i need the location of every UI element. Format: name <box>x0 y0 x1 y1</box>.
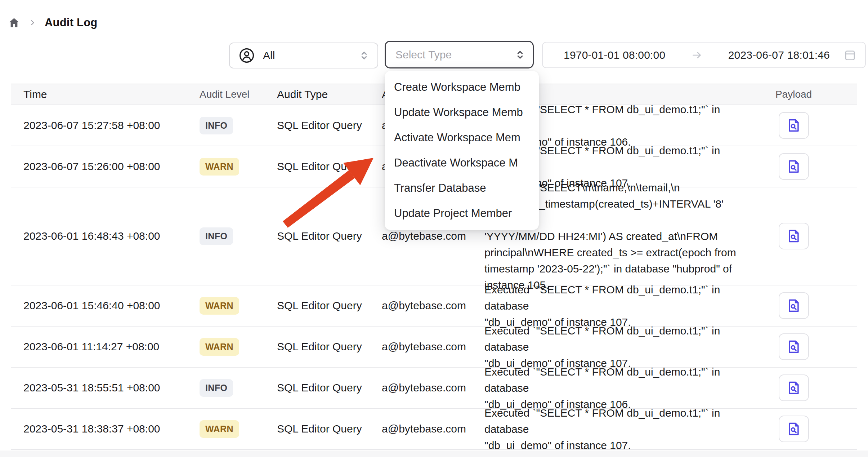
document-search-icon <box>786 117 802 133</box>
home-icon[interactable] <box>8 17 20 29</box>
cell-comment: Executed `"SELECT * FROM db_ui_demo.t1;"… <box>474 405 755 453</box>
audit-level-badge: WARN <box>200 297 239 315</box>
breadcrumb: Audit Log <box>8 14 97 31</box>
type-filter-dropdown: Create Workspace MembUpdate Workspace Me… <box>385 71 539 230</box>
cell-payload <box>755 112 857 139</box>
calendar-icon <box>844 49 856 62</box>
cell-audit-level: WARN <box>189 420 266 438</box>
audit-level-badge: WARN <box>200 158 239 176</box>
chevron-up-down-icon <box>359 50 370 61</box>
payload-view-button[interactable] <box>779 153 809 180</box>
column-audit-level: Audit Level <box>189 89 266 100</box>
document-search-icon <box>786 339 802 355</box>
payload-view-button[interactable] <box>779 112 809 139</box>
cell-payload <box>755 223 857 249</box>
page-title: Audit Log <box>45 16 97 29</box>
audit-level-badge: WARN <box>200 338 239 356</box>
dropdown-item[interactable]: Update Workspace Memb <box>385 100 539 125</box>
cell-audit-type: SQL Editor Query <box>266 230 371 242</box>
partial-next-row <box>0 451 868 457</box>
cell-time: 2023-06-01 11:14:27 +08:00 <box>11 341 189 353</box>
cell-audit-type: SQL Editor Query <box>266 300 371 312</box>
payload-view-button[interactable] <box>779 374 809 401</box>
dropdown-item[interactable]: Deactivate Workspace M <box>385 150 539 176</box>
cell-audit-type: SQL Editor Query <box>266 423 371 435</box>
column-audit-type: Audit Type <box>266 88 371 101</box>
cell-time: 2023-06-07 15:26:00 +08:00 <box>11 160 189 173</box>
cell-audit-type: SQL Editor Query <box>266 160 371 173</box>
cell-audit-level: INFO <box>189 117 266 134</box>
cell-actor: a@bytebase.com <box>371 382 474 394</box>
chevron-right-icon <box>29 19 36 26</box>
cell-actor: a@bytebase.com <box>371 341 474 353</box>
column-payload: Payload <box>755 89 857 100</box>
document-search-icon <box>786 298 802 314</box>
chevron-up-down-icon <box>515 49 525 60</box>
payload-view-button[interactable] <box>779 292 809 319</box>
cell-audit-level: INFO <box>189 379 266 397</box>
cell-audit-level: WARN <box>189 158 266 176</box>
audit-level-badge: INFO <box>200 379 233 397</box>
cell-time: 2023-06-07 15:27:58 +08:00 <box>11 119 189 132</box>
cell-audit-type: SQL Editor Query <box>266 341 371 353</box>
cell-time: 2023-06-01 16:48:43 +08:00 <box>11 230 189 242</box>
dropdown-item[interactable]: Transfer Database <box>385 176 539 201</box>
cell-audit-level: WARN <box>189 338 266 356</box>
table-row: 2023-05-31 18:38:37 +08:00WARNSQL Editor… <box>11 409 857 450</box>
dropdown-item[interactable]: Create Workspace Memb <box>385 75 539 100</box>
actor-filter-select[interactable]: All <box>229 43 378 68</box>
audit-level-badge: INFO <box>200 117 233 134</box>
audit-level-badge: INFO <box>200 227 233 245</box>
table-row: 2023-05-31 18:55:51 +08:00INFOSQL Editor… <box>11 368 857 409</box>
person-circle-icon <box>238 47 255 64</box>
payload-view-button[interactable] <box>779 333 809 360</box>
date-range-picker[interactable]: 1970-01-01 08:00:00 2023-06-07 18:01:46 <box>542 42 866 68</box>
arrow-right-icon <box>691 49 703 61</box>
cell-time: 2023-06-01 15:46:40 +08:00 <box>11 300 189 312</box>
actor-filter-value: All <box>263 49 275 62</box>
document-search-icon <box>786 380 802 396</box>
dropdown-item[interactable]: Update Project Member <box>385 201 539 226</box>
cell-payload <box>755 153 857 180</box>
cell-audit-level: INFO <box>189 227 266 245</box>
table-row: 2023-06-01 15:46:40 +08:00WARNSQL Editor… <box>11 285 857 327</box>
date-range-from: 1970-01-01 08:00:00 <box>564 49 665 61</box>
cell-audit-type: SQL Editor Query <box>266 119 371 132</box>
audit-level-badge: WARN <box>200 420 239 438</box>
cell-time: 2023-05-31 18:55:51 +08:00 <box>11 382 189 394</box>
cell-audit-level: WARN <box>189 297 266 315</box>
date-range-to: 2023-06-07 18:01:46 <box>728 49 830 61</box>
payload-view-button[interactable] <box>779 223 809 249</box>
cell-actor: a@bytebase.com <box>371 230 474 242</box>
cell-time: 2023-05-31 18:38:37 +08:00 <box>11 423 189 435</box>
cell-audit-type: SQL Editor Query <box>266 382 371 394</box>
document-search-icon <box>786 228 802 244</box>
cell-payload <box>755 333 857 360</box>
type-filter-select[interactable]: Select Type <box>385 41 534 68</box>
cell-actor: a@bytebase.com <box>371 423 474 435</box>
cell-actor: a@bytebase.com <box>371 300 474 312</box>
payload-view-button[interactable] <box>779 416 809 442</box>
cell-payload <box>755 292 857 319</box>
table-row: 2023-06-01 11:14:27 +08:00WARNSQL Editor… <box>11 327 857 368</box>
column-time: Time <box>11 88 189 101</box>
document-search-icon <box>786 421 802 437</box>
type-filter-placeholder: Select Type <box>395 49 452 61</box>
cell-payload <box>755 374 857 401</box>
cell-payload <box>755 416 857 442</box>
document-search-icon <box>786 159 802 174</box>
dropdown-item[interactable]: Activate Workspace Mem <box>385 125 539 150</box>
